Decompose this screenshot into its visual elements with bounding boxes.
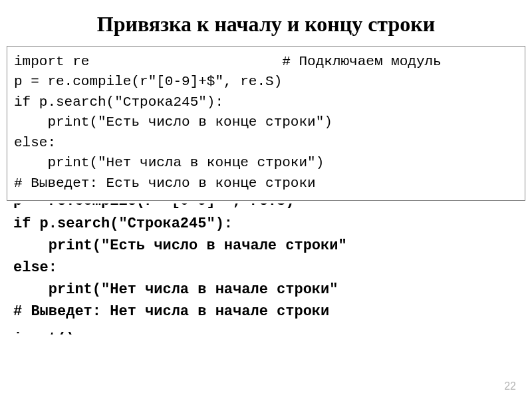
code-box-end-anchor: import re # Подключаем модуль p = re.com… xyxy=(7,46,525,201)
code-import: import re xyxy=(14,54,89,69)
code-line: print("Нет числа в начале строки" xyxy=(13,279,519,301)
code-line-cut-bottom: input() xyxy=(13,328,519,334)
code-line-cut-top: p = re.compile(r"^[0-9]+", re.S) xyxy=(13,203,519,213)
code-line: else: xyxy=(14,133,518,153)
code-line: input() xyxy=(13,328,519,334)
code-line: import re # Подключаем модуль xyxy=(14,52,518,72)
code-block-start-anchor: p = re.compile(r"^[0-9]+", re.S) if p.se… xyxy=(7,203,525,334)
code-line: if p.search("Строка245"): xyxy=(14,92,518,112)
code-line: p = re.compile(r"[0-9]+$", re.S) xyxy=(14,72,518,92)
code-line: else: xyxy=(13,257,519,279)
page-number: 22 xyxy=(504,380,516,392)
code-line: # Выведет: Есть число в конце строки xyxy=(14,174,518,194)
code-line: p = re.compile(r"^[0-9]+", re.S) xyxy=(13,203,294,209)
code-line: if p.search("Строка245"): xyxy=(13,213,519,235)
code-line: print("Есть число в конце строки") xyxy=(14,112,518,132)
code-line: print("Есть число в начале строки" xyxy=(13,235,519,257)
code-line: # Выведет: Нет числа в начале строки xyxy=(13,301,519,323)
slide-title: Привязка к началу и концу строки xyxy=(0,0,532,46)
code-comment: # Подключаем модуль xyxy=(282,54,441,69)
code-line: print("Нет числа в конце строки") xyxy=(14,153,518,173)
